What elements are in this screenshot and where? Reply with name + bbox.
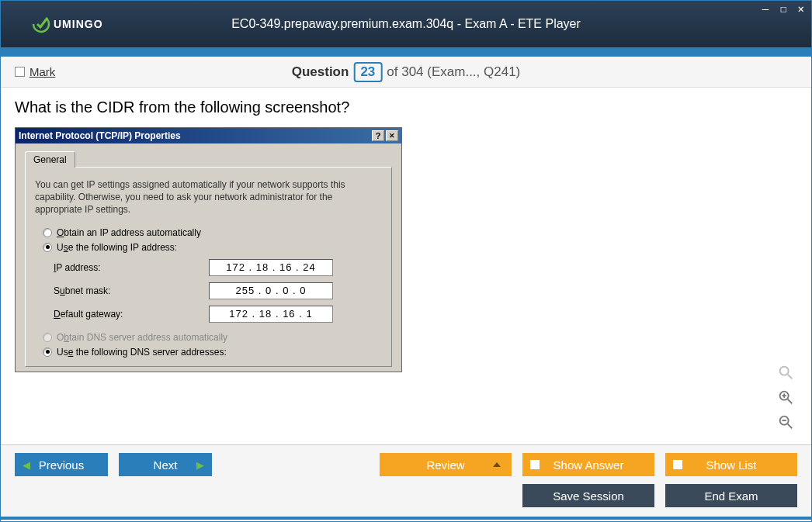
show-list-button[interactable]: Show List <box>665 453 797 476</box>
svg-line-2 <box>788 375 793 379</box>
footer-secondary: Save Session End Exam <box>1 484 811 517</box>
radio-icon <box>43 228 52 237</box>
checkbox-icon <box>530 460 540 469</box>
window-title: EC0-349.prepaway.premium.exam.304q - Exa… <box>231 17 581 31</box>
ip-address-input[interactable]: 172 . 18 . 16 . 24 <box>209 259 333 276</box>
search-icon[interactable] <box>777 364 794 381</box>
ip-address-label: IP address: <box>54 262 209 273</box>
btn-label: Review <box>426 458 464 472</box>
tab-general[interactable]: General <box>25 151 75 168</box>
zoom-controls <box>777 364 794 430</box>
logo-text: UMINGO <box>54 18 103 30</box>
btn-label: Show Answer <box>553 458 624 472</box>
tcpip-description: You can get IP settings assigned automat… <box>35 178 382 216</box>
tcpip-titlebar: Internet Protocol (TCP/IP) Properties ? … <box>16 128 401 143</box>
radio-icon <box>43 243 52 252</box>
question-bar: Mark Question 23 of 304 (Exam..., Q241) <box>1 57 811 88</box>
show-answer-button[interactable]: Show Answer <box>522 453 654 476</box>
gateway-input[interactable]: 172 . 18 . 16 . 1 <box>209 306 333 323</box>
previous-button[interactable]: ◀ Previous <box>15 453 108 476</box>
radio-obtain-auto[interactable]: Obtain an IP address automatically <box>43 227 382 238</box>
gateway-label: Default gateway: <box>54 309 209 320</box>
end-exam-button[interactable]: End Exam <box>665 484 797 507</box>
radio-icon <box>43 347 52 357</box>
subnet-label: Subnet mask: <box>54 285 209 296</box>
radio-label: Use the following IP address: <box>57 242 177 253</box>
tcpip-title-text: Internet Protocol (TCP/IP) Properties <box>19 130 181 141</box>
tab-panel: You can get IP settings assigned automat… <box>25 167 392 367</box>
footer-primary: ◀ Previous Next ▶ Review Show Answer Sho… <box>1 444 811 484</box>
subnet-input[interactable]: 255 . 0 . 0 . 0 <box>209 282 333 299</box>
zoom-in-icon[interactable] <box>777 389 794 406</box>
mark-label: Mark <box>29 65 55 78</box>
svg-line-8 <box>788 424 793 429</box>
content-area: What is the CIDR from the following scre… <box>1 88 811 444</box>
header-divider <box>1 47 811 57</box>
review-button[interactable]: Review <box>380 453 512 476</box>
radio-label: Obtain DNS server address automatically <box>57 332 227 343</box>
svg-line-4 <box>788 399 793 404</box>
question-word: Question <box>292 64 349 80</box>
btn-label: Show List <box>706 458 756 472</box>
radio-use-following[interactable]: Use the following IP address: <box>43 242 382 253</box>
btn-label: Previous <box>39 458 84 472</box>
footer-divider <box>1 517 811 520</box>
radio-icon <box>43 333 52 342</box>
logo-checkmark-icon <box>32 15 50 33</box>
save-session-button[interactable]: Save Session <box>522 484 654 507</box>
help-icon[interactable]: ? <box>372 130 384 141</box>
radio-label: Use the following DNS server addresses: <box>57 347 227 358</box>
triangle-up-icon <box>493 462 501 467</box>
svg-point-1 <box>780 367 789 375</box>
zoom-out-icon[interactable] <box>777 413 794 430</box>
radio-dns-auto: Obtain DNS server address automatically <box>43 332 382 343</box>
btn-label: End Exam <box>704 489 758 503</box>
checkbox-icon <box>673 460 682 469</box>
radio-dns-manual[interactable]: Use the following DNS server addresses: <box>43 347 382 358</box>
question-text: What is the CIDR from the following scre… <box>15 99 797 116</box>
tab-strip: General <box>25 151 392 168</box>
chevron-right-icon: ▶ <box>196 459 204 471</box>
question-total: of 304 (Exam..., Q241) <box>387 64 520 80</box>
app-logo: UMINGO <box>32 15 103 33</box>
btn-label: Next <box>154 458 178 472</box>
mark-toggle[interactable]: Mark <box>15 65 55 78</box>
next-button[interactable]: Next ▶ <box>119 453 212 476</box>
gateway-row: Default gateway: 172 . 18 . 16 . 1 <box>54 306 379 323</box>
question-indicator: Question 23 of 304 (Exam..., Q241) <box>292 62 521 82</box>
subnet-row: Subnet mask: 255 . 0 . 0 . 0 <box>54 282 379 299</box>
tcpip-properties-window: Internet Protocol (TCP/IP) Properties ? … <box>15 127 402 372</box>
chevron-left-icon: ◀ <box>23 459 30 471</box>
mark-checkbox[interactable] <box>15 67 25 77</box>
close-icon[interactable]: ✕ <box>386 130 398 141</box>
title-bar: UMINGO EC0-349.prepaway.premium.exam.304… <box>1 1 811 47</box>
btn-label: Save Session <box>553 489 624 503</box>
radio-label: Obtain an IP address automatically <box>57 227 201 238</box>
window-controls[interactable]: — ☐ ✕ <box>762 2 807 15</box>
ip-address-row: IP address: 172 . 18 . 16 . 24 <box>54 259 379 276</box>
svg-point-0 <box>32 15 50 33</box>
question-number-input[interactable]: 23 <box>353 62 382 82</box>
